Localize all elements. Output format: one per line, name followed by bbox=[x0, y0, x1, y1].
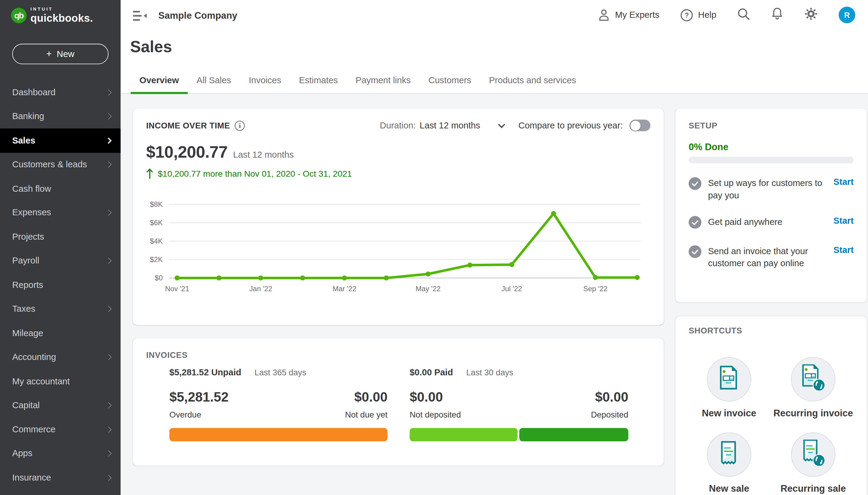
shortcut-recurring-sale[interactable]: Recurring sale bbox=[771, 432, 855, 494]
setup-task-label: Send an invoice that your customer can p… bbox=[708, 245, 825, 270]
svg-text:$4K: $4K bbox=[150, 237, 163, 245]
duration-value[interactable]: Last 12 months bbox=[419, 120, 480, 130]
chevron-right-icon bbox=[105, 89, 112, 96]
setup-task: Set up ways for customers to pay youStar… bbox=[689, 177, 853, 202]
check-circle-icon bbox=[689, 177, 701, 192]
shortcut-new-sale[interactable]: New sale bbox=[688, 432, 771, 494]
not-deposited-bar[interactable] bbox=[410, 428, 518, 441]
tab-overview[interactable]: Overview bbox=[131, 75, 188, 93]
chevron-right-icon bbox=[105, 137, 112, 144]
sidebar-item-sales[interactable]: Sales bbox=[0, 129, 121, 153]
sidebar-item-label: Mileage bbox=[12, 328, 112, 338]
start-link[interactable]: Start bbox=[833, 245, 853, 255]
sidebar-item-cash-flow[interactable]: Cash flow bbox=[0, 177, 121, 201]
tab-customers[interactable]: Customers bbox=[419, 75, 480, 93]
sidebar-item-label: Accounting bbox=[12, 353, 106, 362]
check-circle-icon bbox=[689, 245, 701, 260]
sidebar-item-projects[interactable]: Projects bbox=[0, 225, 121, 249]
sidebar-item-capital[interactable]: Capital bbox=[0, 393, 121, 417]
start-link[interactable]: Start bbox=[833, 177, 853, 187]
paid-caption: Last 30 days bbox=[466, 368, 513, 377]
sidebar-item-accounting[interactable]: Accounting bbox=[0, 345, 121, 369]
sidebar-item-my-accountant[interactable]: My accountant bbox=[0, 369, 121, 393]
svg-text:$0: $0 bbox=[155, 274, 163, 282]
chevron-right-icon bbox=[105, 475, 112, 481]
sidebar-item-apps[interactable]: Apps bbox=[0, 442, 121, 466]
check-circle-icon bbox=[689, 216, 701, 231]
sidebar-item-commerce[interactable]: Commerce bbox=[0, 417, 121, 442]
sidebar-item-payroll[interactable]: Payroll bbox=[0, 249, 121, 273]
income-over-time-card: INCOME OVER TIME i Duration: Last 12 mon… bbox=[133, 108, 664, 325]
svg-text:?: ? bbox=[684, 11, 689, 19]
chevron-right-icon bbox=[105, 258, 112, 264]
shortcuts-card-title: SHORTCUTS bbox=[689, 326, 742, 335]
svg-text:Sep '22: Sep '22 bbox=[583, 285, 607, 293]
my-experts-button[interactable]: My Experts bbox=[598, 8, 659, 22]
shortcut-new-invoice[interactable]: New invoice bbox=[688, 357, 771, 419]
chevron-right-icon bbox=[105, 354, 112, 361]
avatar[interactable]: R bbox=[839, 7, 855, 23]
intuit-wordmark: INTUIT bbox=[31, 7, 93, 12]
not-deposited-amount: $0.00 bbox=[410, 389, 443, 405]
info-icon[interactable]: i bbox=[235, 120, 245, 130]
tab-payment-links[interactable]: Payment links bbox=[347, 75, 419, 93]
notifications-icon[interactable] bbox=[771, 7, 783, 23]
setup-tasks: Set up ways for customers to pay youStar… bbox=[689, 177, 853, 284]
chevron-right-icon bbox=[105, 306, 112, 312]
svg-text:Mar '22: Mar '22 bbox=[332, 285, 356, 293]
paid-headline[interactable]: $0.00 Paid bbox=[410, 368, 453, 378]
tab-estimates[interactable]: Estimates bbox=[290, 75, 347, 93]
sidebar-item-customers-leads[interactable]: Customers & leads bbox=[0, 153, 121, 177]
new-button[interactable]: + New bbox=[12, 44, 108, 64]
search-icon[interactable] bbox=[737, 7, 750, 23]
chevron-right-icon bbox=[105, 450, 112, 457]
sidebar-item-label: Insurance bbox=[12, 473, 106, 483]
svg-text:May '22: May '22 bbox=[416, 285, 441, 293]
chevron-right-icon bbox=[105, 113, 112, 120]
sidebar-item-label: Dashboard bbox=[12, 87, 106, 97]
setup-task-label: Set up ways for customers to pay you bbox=[708, 177, 825, 202]
unpaid-headline[interactable]: $5,281.52 Unpaid bbox=[169, 368, 241, 378]
sidebar-item-reports[interactable]: Reports bbox=[0, 273, 121, 297]
setup-progress-bar bbox=[689, 157, 853, 164]
setup-card: SETUP 0% Done Set up ways for customers … bbox=[675, 108, 867, 302]
tab-all-sales[interactable]: All Sales bbox=[188, 75, 240, 93]
invoices-paid-column: $0.00 Paid Last 30 days $0.00 $0.00 Not … bbox=[410, 338, 628, 465]
svg-text:Jul '22: Jul '22 bbox=[502, 285, 522, 293]
sidebar-item-taxes[interactable]: Taxes bbox=[0, 297, 121, 321]
chevron-down-icon[interactable] bbox=[498, 121, 505, 128]
sale-icon bbox=[716, 440, 742, 470]
sidebar-item-dashboard[interactable]: Dashboard bbox=[0, 80, 121, 104]
sidebar-item-label: Expenses bbox=[12, 208, 106, 218]
sidebar-item-label: Reports bbox=[12, 280, 112, 290]
arrow-up-icon bbox=[146, 168, 153, 180]
sidebar-item-label: Capital bbox=[12, 400, 106, 410]
tab-products-and-services[interactable]: Products and services bbox=[480, 75, 585, 93]
plus-icon: + bbox=[46, 49, 52, 60]
shortcuts-card: SHORTCUTS New invoiceRecurring invoiceNe… bbox=[675, 316, 867, 495]
company-name[interactable]: Sample Company bbox=[158, 11, 237, 22]
quickbooks-logo[interactable]: qb INTUIT quickbooks. bbox=[11, 7, 93, 23]
settings-gear-icon[interactable] bbox=[804, 7, 818, 23]
not-due-label: Not due yet bbox=[345, 410, 387, 419]
sidebar-item-insurance[interactable]: Insurance bbox=[0, 466, 121, 490]
help-icon: ? bbox=[680, 8, 693, 21]
sidebar-item-expenses[interactable]: Expenses bbox=[0, 201, 121, 225]
shortcut-label: New sale bbox=[688, 483, 771, 494]
sale-recurring-icon bbox=[800, 440, 826, 470]
sidebar-item-mileage[interactable]: Mileage bbox=[0, 321, 121, 345]
help-button[interactable]: ? Help bbox=[680, 8, 716, 21]
sidebar-item-label: Payroll bbox=[12, 256, 106, 266]
compare-toggle[interactable] bbox=[629, 120, 650, 132]
tab-invoices[interactable]: Invoices bbox=[240, 75, 290, 93]
overdue-bar[interactable] bbox=[169, 428, 387, 441]
deposited-amount: $0.00 bbox=[595, 389, 628, 405]
duration-label: Duration: bbox=[380, 120, 416, 130]
shortcut-recurring-invoice[interactable]: Recurring invoice bbox=[771, 357, 855, 419]
deposited-bar[interactable] bbox=[519, 428, 628, 441]
sidebar-item-banking[interactable]: Banking bbox=[0, 104, 121, 129]
start-link[interactable]: Start bbox=[833, 216, 853, 226]
not-deposited-label: Not deposited bbox=[410, 410, 461, 419]
setup-progress-text: 0% Done bbox=[689, 142, 728, 153]
collapse-sidebar-icon[interactable] bbox=[133, 10, 147, 24]
